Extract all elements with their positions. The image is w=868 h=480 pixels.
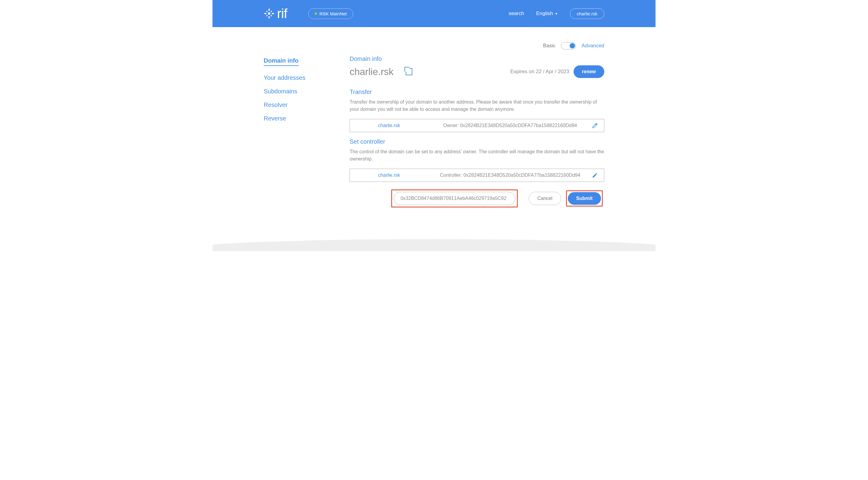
svg-rect-4	[268, 12, 270, 14]
controller-value: Controller: 0x2824B21E348D520a50cDDFA77b…	[422, 173, 598, 178]
footer-curve	[213, 239, 655, 251]
network-selector[interactable]: RSK MainNet	[308, 8, 353, 19]
submit-button[interactable]: Submit	[568, 192, 601, 205]
svg-rect-6	[271, 11, 272, 12]
address-input-highlight	[391, 190, 518, 207]
network-label: RSK MainNet	[319, 11, 347, 16]
transfer-owner-value: Owner: 0x2824B21E348D520a50cDDFA77ba1588…	[422, 123, 598, 128]
header-left: rif RSK MainNet	[264, 6, 353, 21]
svg-rect-8	[271, 15, 272, 16]
transfer-title: Transfer	[350, 89, 604, 96]
sidebar: Domain info Your addresses Subdomains Re…	[264, 42, 313, 209]
expiry-text: Expires on 22 / Apr / 2023	[510, 69, 569, 75]
mode-toggle: Basic Advanced	[350, 42, 604, 49]
mode-toggle-switch[interactable]	[561, 42, 576, 49]
user-label: charlie.rsk	[577, 11, 597, 16]
mode-advanced-label[interactable]: Advanced	[581, 43, 604, 49]
language-label: English	[536, 10, 553, 16]
mode-basic-label[interactable]: Basic	[543, 43, 556, 49]
edit-icon[interactable]	[592, 123, 598, 129]
cancel-button[interactable]: Cancel	[529, 192, 561, 205]
domain-name: charlie.rsk	[350, 66, 394, 77]
logo[interactable]: rif	[264, 6, 287, 21]
header-right: search English ▼ charlie.rsk	[509, 8, 604, 19]
transfer-domain-label: charlie.rsk	[356, 123, 422, 128]
controller-domain-label: charlie.rsk	[356, 173, 422, 178]
header: rif RSK MainNet search English ▼ charlie…	[213, 0, 655, 27]
controller-row: charlie.rsk Controller: 0x2824B21E348D52…	[350, 169, 604, 182]
sidebar-item-reverse[interactable]: Reverse	[264, 115, 313, 122]
svg-rect-1	[269, 16, 270, 19]
status-dot-icon	[315, 12, 317, 15]
svg-rect-7	[267, 15, 268, 16]
sidebar-item-domain-info[interactable]: Domain info	[264, 57, 299, 66]
submit-button-highlight: Submit	[566, 190, 603, 207]
caret-down-icon: ▼	[555, 12, 558, 15]
language-selector[interactable]: English ▼	[536, 10, 558, 16]
user-pill[interactable]: charlie.rsk	[570, 8, 604, 19]
controller-address-input[interactable]	[394, 192, 516, 205]
svg-rect-5	[267, 11, 268, 12]
svg-rect-0	[269, 9, 270, 11]
content: Domain info Your addresses Subdomains Re…	[213, 27, 655, 209]
domain-row: charlie.rsk Expires on 22 / Apr / 2023 r…	[350, 65, 604, 78]
svg-rect-3	[272, 13, 274, 14]
domain-info-title: Domain info	[350, 56, 604, 62]
sidebar-item-resolver[interactable]: Resolver	[264, 101, 313, 108]
sidebar-item-your-addresses[interactable]: Your addresses	[264, 74, 313, 81]
transfer-description: Transfer the ownership of your domain to…	[350, 99, 604, 113]
edit-icon[interactable]	[592, 172, 598, 178]
logo-text: rif	[277, 6, 287, 21]
logo-icon	[264, 8, 275, 19]
set-controller-title: Set controller	[350, 138, 604, 145]
set-controller-description: The control of the domain can be set to …	[350, 148, 604, 163]
transfer-row: charlie.rsk Owner: 0x2824B21E348D520a50c…	[350, 119, 604, 132]
copy-icon[interactable]	[406, 68, 412, 75]
search-link[interactable]: search	[509, 10, 524, 16]
renew-button[interactable]: renew	[574, 65, 604, 78]
sidebar-item-subdomains[interactable]: Subdomains	[264, 88, 313, 95]
controller-action-row: Cancel Submit	[350, 188, 604, 209]
expiry-wrap: Expires on 22 / Apr / 2023 renew	[510, 65, 604, 78]
svg-rect-2	[264, 13, 267, 14]
domain-name-wrap: charlie.rsk	[350, 66, 412, 77]
main: Basic Advanced Domain info charlie.rsk E…	[350, 42, 604, 209]
toggle-knob	[569, 43, 575, 48]
